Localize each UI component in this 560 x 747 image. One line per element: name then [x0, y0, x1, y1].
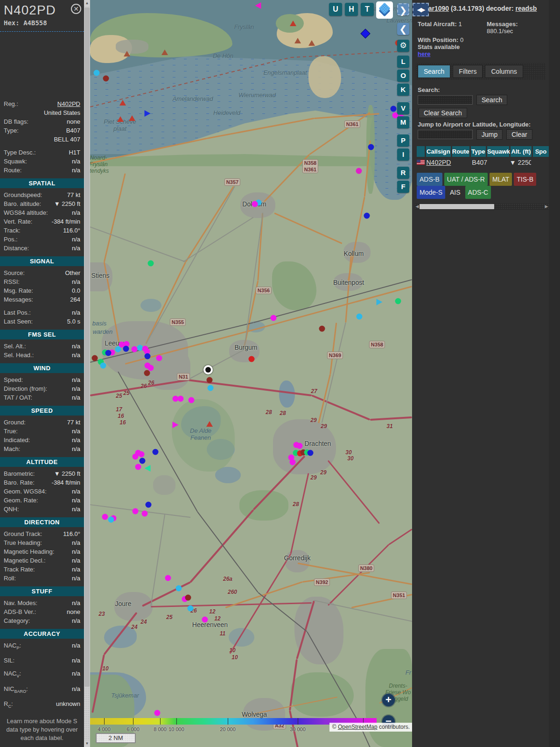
osm-link[interactable]: OpenStreetMap	[338, 724, 378, 730]
tab-search[interactable]: Search	[418, 65, 450, 78]
stats-here-link[interactable]: here	[418, 50, 430, 57]
badge-mlat[interactable]: MLAT	[490, 173, 512, 186]
aircraft-dot[interactable]	[156, 355, 162, 361]
aircraft-triangle[interactable]	[145, 465, 151, 472]
aircraft-dot[interactable]	[133, 454, 139, 460]
aircraft-triangle[interactable]	[206, 421, 213, 427]
map-button-t[interactable]: T	[361, 3, 374, 16]
clear-search-button[interactable]: Clear Search	[419, 108, 467, 118]
aircraft-triangle[interactable]	[145, 110, 151, 117]
aircraft-triangle[interactable]	[161, 49, 168, 55]
detail-value[interactable]: N402PD	[57, 100, 80, 108]
sidebar-scrollbar[interactable]: ▲ ▼	[84, 0, 90, 747]
column-header-Route[interactable]: Route	[452, 146, 469, 157]
aircraft-dot[interactable]	[178, 396, 184, 402]
aircraft-dot[interactable]	[165, 575, 171, 581]
aircraft-dot[interactable]	[395, 298, 401, 304]
aircraft-dot[interactable]	[208, 385, 214, 391]
tab-filters[interactable]: Filters	[453, 65, 483, 78]
aircraft-dot[interactable]	[123, 346, 129, 352]
map-button-o[interactable]: O	[397, 70, 409, 82]
aircraft-triangle[interactable]	[290, 21, 296, 26]
badge-ads-c[interactable]: ADS-C	[465, 186, 491, 199]
table-row[interactable]: N402PDB407▼ 2250	[417, 157, 549, 168]
aircraft-triangle[interactable]	[377, 299, 383, 305]
jump-clear-button[interactable]: Clear	[506, 129, 532, 140]
aircraft-dot[interactable]	[154, 710, 161, 716]
aircraft-dot[interactable]	[252, 201, 258, 207]
aircraft-dot[interactable]	[148, 261, 154, 267]
aircraft-triangle[interactable]	[124, 51, 130, 56]
collapse-sidebar-button[interactable]: ❮	[397, 23, 409, 35]
scroll-down-icon[interactable]: ▼	[84, 740, 90, 747]
aircraft-dot[interactable]	[189, 397, 195, 403]
aircraft-dot[interactable]	[100, 363, 106, 369]
column-header-Alt. (ft)[interactable]: Alt. (ft)	[511, 146, 532, 157]
aircraft-dot[interactable]	[308, 450, 314, 456]
aircraft-dot[interactable]	[357, 314, 363, 320]
aircraft-dot[interactable]	[391, 106, 397, 112]
aircraft-triangle[interactable]	[255, 2, 261, 9]
aircraft-dot[interactable]	[94, 70, 100, 76]
map-button-h[interactable]: H	[345, 3, 358, 16]
aircraft-dot[interactable]	[145, 353, 151, 359]
hscroll-right-icon[interactable]: ▶	[544, 204, 549, 210]
table-hscrollbar[interactable]: ◀ ▶	[415, 204, 549, 210]
expand-sidebar-button[interactable]: ❯	[397, 3, 409, 15]
column-header-Spo[interactable]: Spo	[533, 146, 549, 157]
badge-mode-s[interactable]: Mode-S	[417, 186, 445, 199]
badge-tis-b[interactable]: TIS-B	[514, 173, 536, 186]
map-button-p[interactable]: P	[397, 134, 409, 147]
aircraft-dot[interactable]	[271, 315, 277, 321]
callsign-cell[interactable]: N402PD	[426, 159, 451, 166]
aircraft-dot[interactable]	[290, 459, 296, 465]
aircraft-triangle[interactable]	[117, 116, 124, 122]
aircraft-triangle[interactable]	[308, 40, 315, 46]
aircraft-dot[interactable]	[139, 451, 145, 458]
zoom-in-button[interactable]: +	[382, 694, 395, 706]
map-button-i[interactable]: I	[397, 148, 409, 161]
aircraft-dot[interactable]	[319, 326, 325, 332]
search-button[interactable]: Search	[476, 95, 507, 105]
aircraft-dot[interactable]	[188, 606, 194, 612]
aircraft-dot[interactable]	[108, 517, 114, 523]
aircraft-dot[interactable]	[185, 595, 191, 601]
aircraft-dot[interactable]	[140, 458, 146, 464]
aircraft-triangle[interactable]	[129, 115, 135, 121]
map-button-k[interactable]: K	[397, 84, 409, 96]
badge-uat-ads-r[interactable]: UAT / ADS-R	[444, 173, 488, 186]
badge-ais[interactable]: AIS	[447, 186, 463, 199]
map-button-l[interactable]: L	[397, 56, 409, 68]
aircraft-triangle[interactable]	[294, 38, 301, 43]
aircraft-dot[interactable]	[207, 377, 213, 383]
column-header-flag[interactable]	[417, 146, 425, 157]
aircraft-dot[interactable]	[297, 443, 303, 449]
aircraft-dot[interactable]	[103, 76, 109, 82]
hscroll-thumb[interactable]	[420, 204, 494, 209]
map-button-m[interactable]: M	[397, 116, 409, 128]
aircraft-dot[interactable]	[133, 508, 139, 514]
scroll-up-icon[interactable]: ▲	[84, 0, 90, 7]
aircraft-dot[interactable]	[135, 464, 141, 470]
aircraft-dot[interactable]	[144, 370, 150, 376]
aircraft-dot[interactable]	[153, 449, 159, 455]
badge-ads-b[interactable]: ADS-B	[417, 173, 442, 186]
aircraft-dot[interactable]	[249, 356, 255, 362]
layers-button[interactable]	[376, 1, 393, 19]
aircraft-dot[interactable]	[102, 514, 108, 520]
panel-toggle-button[interactable]: ◀▶	[413, 3, 429, 16]
hscroll-left-icon[interactable]: ◀	[415, 204, 420, 210]
map-button-v[interactable]: V	[397, 102, 409, 114]
aircraft-dot[interactable]	[368, 144, 374, 150]
aircraft-triangle[interactable]	[173, 422, 179, 428]
aircraft-dot[interactable]	[142, 511, 148, 517]
tar1090-link[interactable]: tar1090	[426, 5, 449, 12]
column-header-Callsign[interactable]: Callsign	[426, 146, 451, 157]
selected-aircraft-marker[interactable]	[205, 367, 211, 373]
map-button-r[interactable]: R	[397, 167, 409, 179]
aircraft-dot[interactable]	[364, 213, 370, 219]
aircraft-dot[interactable]	[202, 617, 208, 623]
column-header-Squawk[interactable]: Squawk	[487, 146, 509, 157]
settings-gear-button[interactable]: ⚙	[397, 40, 409, 52]
flag-cell[interactable]	[417, 159, 425, 166]
